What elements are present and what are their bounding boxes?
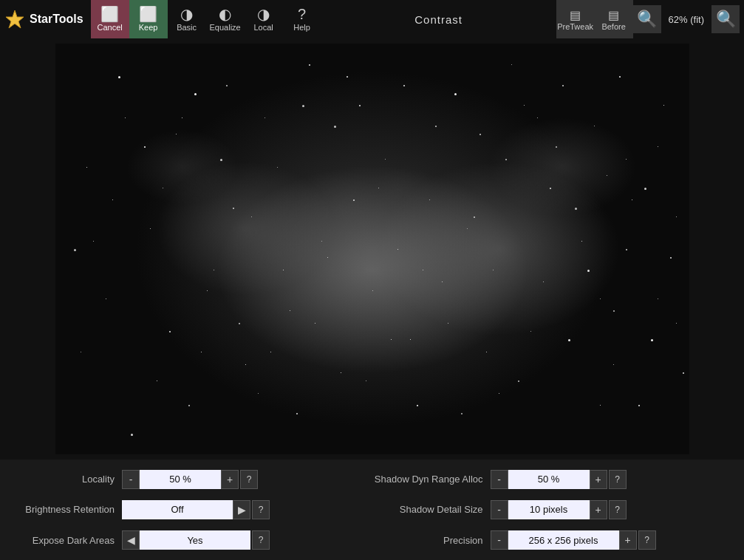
- help-icon: ?: [298, 7, 306, 21]
- basic-icon: ◑: [180, 7, 193, 21]
- shadow-detail-label: Shadow Detail Size: [372, 504, 491, 515]
- shadow-dyn-value: 50 %: [508, 470, 590, 489]
- keep-label: Keep: [139, 23, 158, 32]
- brightness-retention-help[interactable]: ?: [252, 500, 270, 519]
- local-icon: ◑: [257, 7, 270, 21]
- logo-text: StarTools: [30, 13, 83, 26]
- precision-group: Precision - 256 x 256 pixels + ?: [372, 530, 737, 550]
- shadow-detail-group: Shadow Detail Size - 10 pixels + ?: [372, 500, 737, 519]
- shadow-dyn-help[interactable]: ?: [609, 470, 627, 489]
- before-label: Before: [601, 22, 625, 31]
- shadow-detail-help[interactable]: ?: [609, 500, 627, 519]
- keep-icon: ⬜: [139, 7, 157, 21]
- locality-group: Locality - 50 % + ?: [7, 470, 372, 489]
- help-label: Help: [293, 23, 310, 32]
- precision-plus[interactable]: +: [619, 530, 637, 550]
- main-image: [55, 44, 689, 454]
- expose-dark-label: Expose Dark Areas: [7, 535, 122, 546]
- zoom-out-button[interactable]: 🔍: [633, 5, 661, 33]
- zoom-level: 62% (fit): [663, 14, 710, 25]
- basic-button[interactable]: ◑ Basic: [168, 0, 206, 38]
- logo-icon: [4, 9, 25, 30]
- shadow-dyn-minus[interactable]: -: [491, 470, 508, 489]
- control-row-2: Brightness Retention Off ▶ ? Shadow Deta…: [7, 499, 737, 521]
- precision-minus[interactable]: -: [491, 530, 508, 550]
- brightness-retention-value: Off: [122, 500, 233, 519]
- expose-dark-help[interactable]: ?: [252, 530, 270, 550]
- expose-dark-value: Yes: [140, 530, 250, 550]
- pretweak-button[interactable]: ▤ PreTweak: [556, 0, 595, 38]
- zoom-controls: 🔍 62% (fit) 🔍: [633, 5, 740, 33]
- cancel-button[interactable]: ⬜ Cancel: [91, 0, 129, 38]
- toolbar: StarTools ⬜ Cancel ⬜ Keep ◑ Basic ◐ Equa…: [0, 0, 744, 38]
- shadow-dyn-label: Shadow Dyn Range Alloc: [372, 474, 491, 485]
- locality-value: 50 %: [140, 470, 221, 489]
- pretweak-label: PreTweak: [557, 22, 593, 31]
- zoom-in-button[interactable]: 🔍: [711, 5, 740, 33]
- precision-help[interactable]: ?: [638, 530, 656, 550]
- locality-minus[interactable]: -: [122, 470, 140, 489]
- image-area: [0, 38, 744, 460]
- logo: StarTools: [4, 9, 83, 30]
- brightness-retention-arrow[interactable]: ▶: [233, 500, 250, 519]
- local-button[interactable]: ◑ Local: [245, 0, 283, 38]
- precision-value: 256 x 256 pixels: [508, 530, 619, 550]
- expose-dark-arrow[interactable]: ◀: [122, 530, 140, 550]
- locality-help[interactable]: ?: [240, 470, 258, 489]
- cancel-label: Cancel: [97, 23, 122, 32]
- equalize-label: Equalize: [210, 23, 241, 32]
- shadow-detail-plus[interactable]: +: [590, 500, 607, 519]
- locality-plus[interactable]: +: [221, 470, 239, 489]
- shadow-dyn-plus[interactable]: +: [590, 470, 607, 489]
- control-row-3: Expose Dark Areas ◀ Yes ? Precision - 25…: [7, 529, 737, 551]
- svg-marker-0: [6, 10, 24, 28]
- brightness-retention-label: Brightness Retention: [7, 504, 122, 515]
- module-title: Contrast: [321, 13, 556, 26]
- control-row-1: Locality - 50 % + ? Shadow Dyn Range All…: [7, 468, 737, 491]
- pretweak-icon: ▤: [570, 8, 581, 22]
- stars-overlay: [55, 44, 689, 454]
- equalize-button[interactable]: ◐ Equalize: [206, 0, 245, 38]
- equalize-icon: ◐: [219, 7, 231, 21]
- cancel-icon: ⬜: [100, 7, 119, 21]
- local-label: Local: [253, 23, 273, 32]
- brightness-retention-group: Brightness Retention Off ▶ ?: [7, 500, 372, 519]
- keep-button[interactable]: ⬜ Keep: [129, 0, 168, 38]
- help-button[interactable]: ? Help: [283, 0, 321, 38]
- shadow-dyn-group: Shadow Dyn Range Alloc - 50 % + ?: [372, 470, 737, 489]
- shadow-detail-value: 10 pixels: [508, 500, 590, 519]
- expose-dark-group: Expose Dark Areas ◀ Yes ?: [7, 530, 372, 550]
- shadow-detail-minus[interactable]: -: [491, 500, 508, 519]
- precision-label: Precision: [372, 535, 491, 546]
- basic-label: Basic: [177, 23, 197, 32]
- before-icon: ▤: [608, 8, 619, 22]
- locality-label: Locality: [7, 474, 122, 485]
- before-button[interactable]: ▤ Before: [595, 0, 633, 38]
- bottom-controls: Locality - 50 % + ? Shadow Dyn Range All…: [0, 460, 744, 560]
